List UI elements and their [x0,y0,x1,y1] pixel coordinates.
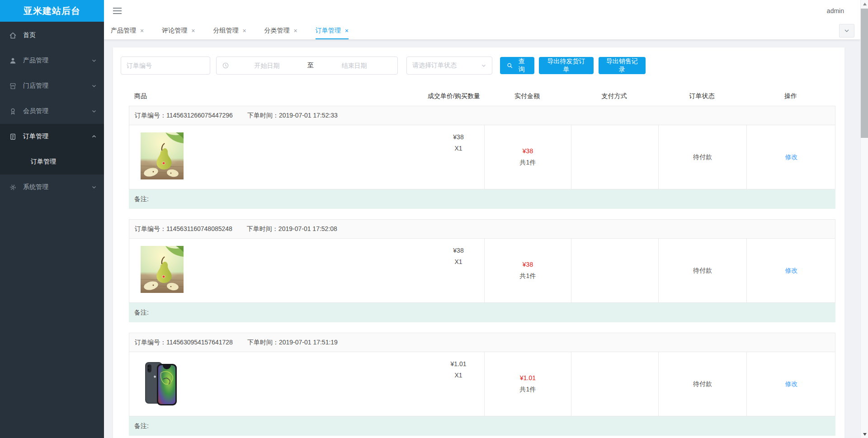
product-cell: ¥38 X1 [129,239,484,302]
column-header-actions: 操作 [746,92,835,100]
column-header-unit-price-qty: 成交单价/购买数量 [428,92,480,100]
scroll-up-icon[interactable] [861,0,868,8]
piece-count: 共1件 [520,272,536,280]
chevron-down-icon [91,83,97,89]
user-menu[interactable]: admin [827,0,844,22]
tab-groups[interactable]: 分组管理 × [213,22,246,39]
actions-cell: 修改 [746,239,836,302]
scrollbar-thumb[interactable] [861,9,868,138]
sidebar-item-orders[interactable]: 订单管理 [0,124,104,149]
order-body-row: ¥38 X1 ¥38 共1件 待付款 修改 [129,125,835,189]
sidebar-subitem-order-management[interactable]: 订单管理 [0,149,104,174]
start-date-input[interactable] [229,62,305,69]
vertical-scrollbar[interactable] [860,0,868,438]
close-icon[interactable]: × [242,27,246,34]
order-time-label: 下单时间： [247,225,278,232]
order-number-label: 订单编号： [135,339,166,346]
order-time-value: 2019-07-01 17:52:33 [279,112,338,119]
tab-orders[interactable]: 订单管理 × [316,22,349,39]
close-icon[interactable]: × [191,27,195,34]
home-icon [9,32,17,39]
modify-link[interactable]: 修改 [785,153,798,161]
modify-link[interactable]: 修改 [785,267,798,275]
chevron-down-icon [91,58,97,63]
sidebar-item-label: 产品管理 [23,57,48,65]
close-icon[interactable]: × [345,27,349,34]
piece-count: 共1件 [520,386,536,394]
sidebar-item-system[interactable]: 系统管理 [0,174,104,200]
close-icon[interactable]: × [294,27,297,34]
sidebar-item-members[interactable]: 会员管理 [0,99,104,124]
column-header-product: 商品 成交单价/购买数量 [129,92,484,100]
order-status: 待付款 [693,380,712,388]
export-pending-label: 导出待发货订单 [546,57,587,74]
chevron-down-icon [91,184,97,190]
export-pending-orders-button[interactable]: 导出待发货订单 [539,57,594,74]
remark-label: 备注: [134,195,149,203]
tab-comments[interactable]: 评论管理 × [162,22,195,39]
search-button[interactable]: 查询 [500,57,534,74]
order-group: 订单编号：1145631266075447296 下单时间：2019-07-01… [129,106,835,209]
order-status-select[interactable]: 请选择订单状态 [406,57,492,75]
order-time: 下单时间：2019-07-01 17:51:19 [247,339,338,347]
product-cell: ¥38 X1 [129,125,484,189]
chevron-up-icon [91,134,97,139]
hamburger-menu-icon[interactable] [113,8,122,14]
paid-amount-cell: ¥38 共1件 [484,125,571,189]
user-icon [9,57,17,65]
column-header-paid-amount: 实付金额 [484,92,571,100]
tab-label: 分组管理 [213,27,238,35]
order-number-label: 订单编号： [135,225,166,232]
order-number-value: 1145630954157641728 [166,339,233,346]
unit-price-quantity: ¥1.01 X1 [444,360,473,379]
sidebar: 亚米建站后台 首页 产品管理 门店管理 [0,0,104,438]
end-date-input[interactable] [316,62,392,69]
unit-price: ¥1.01 [444,360,473,367]
sidebar-item-stores[interactable]: 门店管理 [0,73,104,99]
tab-categories[interactable]: 分类管理 × [264,22,297,39]
order-header: 订单编号：1145631266075447296 下单时间：2019-07-01… [129,106,835,125]
chevron-down-icon [844,28,850,34]
quantity: X1 [444,145,473,152]
order-status-cell: 待付款 [658,125,746,189]
unit-price: ¥38 [444,247,473,254]
modify-link[interactable]: 修改 [785,380,798,388]
payment-method-cell [571,352,658,416]
gear-icon [9,184,17,191]
order-number-label: 订单编号： [135,112,166,119]
tab-label: 分类管理 [264,27,290,35]
unit-price-quantity: ¥38 X1 [444,133,473,152]
tab-overflow-button[interactable] [839,24,854,38]
paid-amount: ¥38 [523,261,533,268]
tab-label: 订单管理 [316,27,341,35]
order-remark-row: 备注: [129,303,835,322]
export-sales-label: 导出销售记录 [605,57,639,74]
payment-method-cell [571,239,658,302]
quantity: X1 [444,258,473,265]
export-sales-records-button[interactable]: 导出销售记录 [599,57,646,74]
search-button-label: 查询 [515,57,528,74]
actions-cell: 修改 [746,125,836,189]
sidebar-item-label: 门店管理 [23,82,48,90]
sidebar-item-products[interactable]: 产品管理 [0,48,104,73]
order-time-label: 下单时间： [247,112,279,119]
tab-products[interactable]: 产品管理 × [111,22,144,39]
order-status-cell: 待付款 [658,352,746,416]
column-header-order-status: 订单状态 [658,92,746,100]
date-range-picker[interactable]: 至 [216,57,398,75]
order-body-row: ¥1.01 X1 ¥1.01 共1件 待付款 修 [129,352,835,416]
remark-label: 备注: [134,422,149,430]
order-time: 下单时间：2019-07-01 17:52:33 [247,112,338,120]
order-number-input[interactable] [121,57,210,75]
paid-amount-cell: ¥38 共1件 [484,239,571,302]
close-icon[interactable]: × [140,27,144,34]
paid-amount: ¥38 [523,147,533,155]
scroll-down-icon[interactable] [861,430,868,438]
tab-label: 产品管理 [111,27,136,35]
remark-label: 备注: [134,309,149,317]
paid-amount-cell: ¥1.01 共1件 [484,352,571,416]
search-icon [507,62,513,69]
sidebar-item-home[interactable]: 首页 [0,23,104,48]
order-status-cell: 待付款 [658,239,746,302]
paid-amount: ¥1.01 [520,374,536,381]
